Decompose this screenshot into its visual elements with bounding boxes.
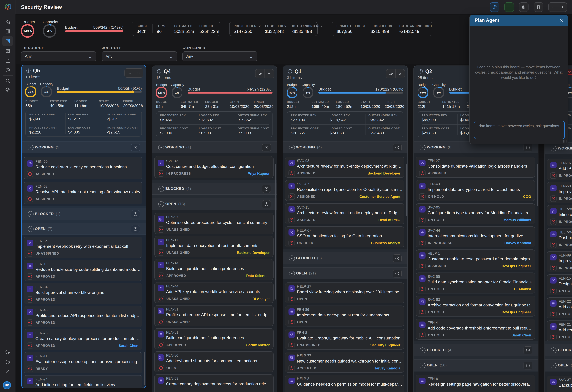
svg-text:67%: 67% — [420, 91, 426, 94]
svg-text:149%: 149% — [23, 29, 32, 33]
svg-text:91%: 91% — [28, 90, 33, 94]
svg-text:1%: 1% — [44, 90, 48, 94]
svg-text:3%: 3% — [306, 91, 310, 94]
svg-text:123%: 123% — [158, 91, 165, 94]
svg-text:3%: 3% — [47, 29, 52, 33]
svg-text:80%: 80% — [289, 91, 295, 94]
svg-text:1%: 1% — [175, 91, 179, 94]
svg-text:8%: 8% — [437, 91, 441, 94]
